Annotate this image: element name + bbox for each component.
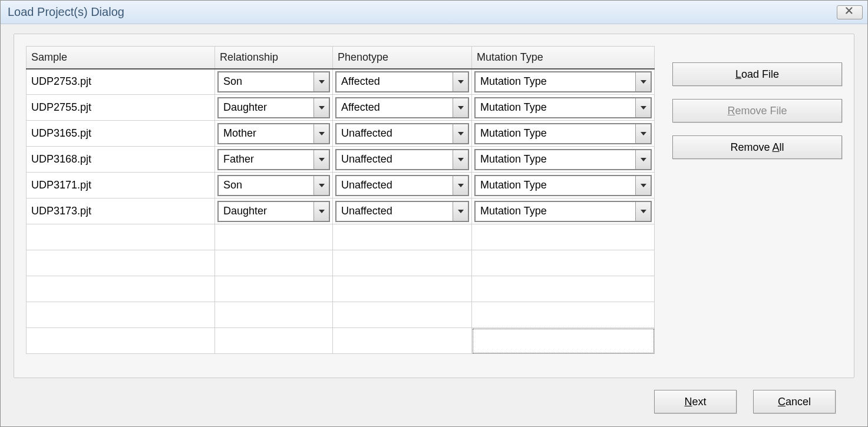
empty-cell: [215, 276, 333, 302]
mutation-type-select[interactable]: Mutation Type: [474, 123, 652, 144]
table-row: UDP3168.pjtFatherUnaffectedMutation Type: [27, 147, 655, 173]
phenotype-select[interactable]: Unaffected: [335, 149, 469, 170]
phenotype-select[interactable]: Unaffected: [335, 175, 469, 196]
empty-cell: [215, 328, 333, 354]
phenotype-select[interactable]: Unaffected: [335, 123, 469, 144]
sample-cell[interactable]: [27, 276, 215, 302]
sample-cell[interactable]: UDP3173.pjt: [27, 198, 215, 224]
combo-value: Daughter: [223, 101, 267, 114]
svg-marker-16: [458, 210, 464, 213]
table-row-empty: [27, 224, 655, 250]
combo-value: Daughter: [223, 205, 267, 217]
empty-cell: [472, 328, 655, 354]
relationship-select[interactable]: Father: [217, 149, 330, 170]
remove-file-button[interactable]: Remove File: [672, 99, 842, 123]
relationship-select[interactable]: Daughter: [217, 201, 330, 222]
empty-cell: [333, 276, 472, 302]
combo-value: Son: [223, 75, 242, 88]
combo-value: Father: [223, 153, 254, 165]
svg-marker-7: [458, 132, 464, 135]
svg-marker-6: [319, 132, 325, 135]
project-table: Sample Relationship Phenotype Mutation T…: [26, 46, 655, 354]
mutation-type-select[interactable]: Mutation Type: [474, 149, 652, 170]
col-header-relationship[interactable]: Relationship: [215, 47, 333, 69]
sample-cell[interactable]: UDP3165.pjt: [27, 121, 215, 147]
empty-cell: [333, 224, 472, 250]
sample-cell[interactable]: [27, 328, 215, 354]
svg-marker-1: [458, 80, 464, 84]
chevron-down-icon: [635, 124, 651, 143]
sample-cell[interactable]: [27, 224, 215, 250]
phenotype-select[interactable]: Unaffected: [335, 201, 469, 222]
sample-cell[interactable]: UDP2755.pjt: [27, 95, 215, 121]
svg-marker-14: [641, 184, 646, 187]
relationship-select[interactable]: Son: [217, 71, 330, 92]
mutation-type-select[interactable]: Mutation Type: [474, 175, 652, 196]
cancel-button[interactable]: Cancel: [753, 390, 836, 413]
window-title: Load Project(s) Dialog: [5, 5, 124, 19]
svg-marker-8: [641, 132, 646, 135]
chevron-down-icon: [635, 98, 651, 117]
relationship-select[interactable]: Mother: [217, 123, 330, 144]
sample-cell[interactable]: UDP3171.pjt: [27, 173, 215, 198]
svg-marker-10: [458, 158, 464, 161]
chevron-down-icon: [313, 98, 329, 117]
empty-cell: [333, 302, 472, 328]
combo-value: Mutation Type: [480, 153, 547, 165]
load-file-button[interactable]: Load File: [672, 62, 842, 86]
combo-value: Affected: [341, 75, 380, 88]
svg-marker-13: [458, 184, 464, 187]
combo-value: Son: [223, 179, 242, 191]
chevron-down-icon: [313, 72, 329, 91]
col-header-mutation[interactable]: Mutation Type: [472, 47, 655, 69]
chevron-down-icon: [313, 124, 329, 143]
empty-cell: [472, 250, 655, 276]
chevron-down-icon: [453, 202, 468, 221]
chevron-down-icon: [635, 202, 651, 221]
combo-value: Mutation Type: [480, 101, 547, 114]
sample-cell[interactable]: [27, 250, 215, 276]
combo-value: Mutation Type: [480, 75, 547, 88]
svg-marker-12: [319, 184, 325, 187]
sample-cell[interactable]: UDP3168.pjt: [27, 147, 215, 173]
dialog-window: Load Project(s) Dialog Sample Relationsh…: [0, 0, 868, 427]
col-header-sample[interactable]: Sample: [27, 47, 215, 69]
relationship-select[interactable]: Son: [217, 175, 330, 196]
chevron-down-icon: [453, 124, 468, 143]
chevron-down-icon: [635, 176, 651, 195]
table-row: UDP3171.pjtSonUnaffectedMutation Type: [27, 173, 655, 198]
table-row: UDP3173.pjtDaughterUnaffectedMutation Ty…: [27, 198, 655, 224]
title-bar: Load Project(s) Dialog: [1, 1, 867, 24]
phenotype-select[interactable]: Affected: [335, 97, 469, 118]
mutation-type-select[interactable]: Mutation Type: [474, 71, 652, 92]
mutation-type-select[interactable]: Mutation Type: [474, 201, 652, 222]
phenotype-select[interactable]: Affected: [335, 71, 469, 92]
table-row: UDP3165.pjtMotherUnaffectedMutation Type: [27, 121, 655, 147]
col-header-phenotype[interactable]: Phenotype: [333, 47, 472, 69]
sample-cell[interactable]: UDP2753.pjt: [27, 69, 215, 95]
combo-value: Mutation Type: [480, 179, 547, 191]
relationship-select[interactable]: Daughter: [217, 97, 330, 118]
empty-cell: [472, 302, 655, 328]
empty-cell: [215, 224, 333, 250]
chevron-down-icon: [453, 98, 468, 117]
project-table-container: Sample Relationship Phenotype Mutation T…: [26, 46, 655, 366]
combo-value: Unaffected: [341, 127, 392, 140]
table-row: UDP2753.pjtSonAffectedMutation Type: [27, 69, 655, 95]
remove-all-button[interactable]: Remove All: [672, 135, 842, 159]
chevron-down-icon: [313, 176, 329, 195]
combo-value: Unaffected: [341, 153, 392, 165]
svg-marker-17: [641, 210, 646, 213]
empty-cell: [215, 302, 333, 328]
sample-cell[interactable]: [27, 302, 215, 328]
close-button[interactable]: [837, 5, 863, 19]
combo-value: Affected: [341, 101, 380, 114]
chevron-down-icon: [313, 150, 329, 169]
table-row-empty: [27, 250, 655, 276]
svg-marker-5: [641, 106, 646, 110]
next-button[interactable]: Next: [654, 390, 737, 413]
svg-marker-11: [641, 158, 646, 161]
chevron-down-icon: [453, 176, 468, 195]
svg-marker-15: [319, 210, 325, 213]
mutation-type-select[interactable]: Mutation Type: [474, 97, 652, 118]
